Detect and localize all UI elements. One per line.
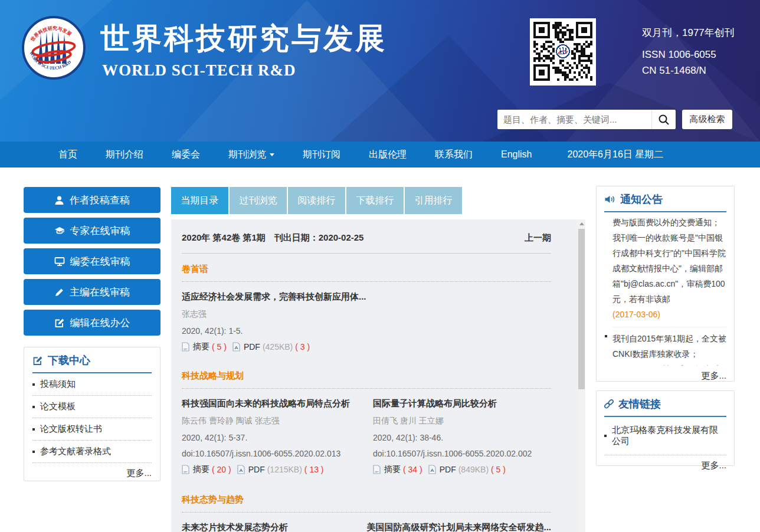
nav-item-english[interactable]: English [487, 149, 546, 160]
article-item: 适应经济社会发展需求，完善科技创新应用体... 张志强 2020, 42(1):… [182, 282, 551, 352]
article-title[interactable]: 美国国防高级研究计划局未来网络安全研发趋... [366, 522, 551, 532]
download-item-submission-guide[interactable]: 投稿须知 [32, 373, 152, 396]
abstract-link[interactable]: 摘要 [193, 341, 209, 352]
article-doi: doi:10.16507/j.issn.1006-6055.2020.02.00… [373, 449, 551, 458]
download-item-reference-format[interactable]: 参考文献著录格式 [32, 441, 152, 463]
download-center-panel: 下载中心 投稿须知 论文模板 论文版权转让书 参考文献著录格式 更多... [24, 347, 160, 481]
expert-review-button[interactable]: 专家在线审稿 [24, 218, 160, 244]
notice-panel: 通知公告 费与版面费以外的交费通知；我刊唯一的收款账号是"中国银行成都中科支行"… [596, 186, 735, 382]
article-title[interactable]: 适应经济社会发展需求，完善科技创新应用体... [182, 291, 551, 303]
download-center-more-link[interactable]: 更多... [32, 463, 152, 484]
notice-more-link[interactable]: 更多... [604, 366, 726, 386]
notice-item[interactable]: 费与版面费以外的交费通知；我刊唯一的收款账号是"中国银行成都中科支行"的"中国科… [612, 215, 726, 322]
article-item: 科技强国面向未来的科技战略布局特点分析 陈云伟 曹玲静 陶诚 张志强 2020,… [182, 389, 360, 475]
author-submission-button[interactable]: 作者投稿查稿 [24, 187, 160, 213]
article-title[interactable]: 国际量子计算战略布局比较分析 [373, 398, 551, 409]
friendly-links-panel: 友情链接 北京玛格泰克科技发展有限公司 更多... [596, 390, 735, 466]
monitor-icon [54, 257, 65, 267]
article-title[interactable]: 科技强国面向未来的科技战略布局特点分析 [182, 398, 360, 409]
pdf-link[interactable]: PDF [248, 465, 265, 474]
pdf-size: (1215KB) [267, 465, 302, 474]
publication-frequency: 双月刊，1977年创刊 [642, 26, 735, 40]
issn-number: ISSN 1006-6055 [642, 49, 735, 61]
journal-title-zh: 世界科技研究与发展 [100, 19, 387, 58]
download-center-header: 下载中心 [32, 347, 152, 373]
download-item-copyright-transfer[interactable]: 论文版权转让书 [32, 418, 152, 441]
pencil-icon [54, 287, 64, 297]
bullet-icon [32, 383, 35, 386]
article-title[interactable]: 未来芯片技术发展态势分析 [182, 522, 353, 532]
friendly-link-item[interactable]: 北京玛格泰克科技发展有限公司 [604, 417, 726, 455]
tab-download-ranking[interactable]: 下载排行 [346, 187, 404, 214]
edit-square-icon [32, 356, 43, 366]
search-input[interactable] [497, 110, 651, 129]
nav-item-editorial-board[interactable]: 编委会 [158, 149, 214, 161]
article-authors: 田倩飞 唐川 王立娜 [373, 416, 551, 426]
friendly-links-header: 友情链接 [604, 391, 726, 417]
abstract-doc-icon [182, 465, 189, 474]
friendly-links-title: 友情链接 [618, 397, 661, 411]
publication-info: 双月刊，1977年创刊 ISSN 1006-6055 CN 51-1468/N [642, 26, 735, 77]
tab-current-issue[interactable]: 当期目录 [171, 187, 228, 214]
notice-list: 费与版面费以外的交费通知；我刊唯一的收款账号是"中国银行成都中科支行"的"中国科… [604, 212, 726, 366]
issue-content-panel: 2020年 第42卷 第1期 刊出日期：2020-02-25 上一期 卷首语 适… [171, 219, 585, 532]
nav-item-journal-intro[interactable]: 期刊介绍 [91, 149, 158, 161]
pdf-icon [428, 465, 436, 474]
abstract-link[interactable]: 摘要 [384, 464, 401, 475]
section-heading-strategy: 科技战略与规划 [182, 360, 551, 389]
abstract-count: ( 34 ) [403, 465, 422, 474]
speaker-icon [604, 195, 615, 204]
journal-homepage: 世界科技研究与发展 WORLD SCI-TECH R&D 世界科技研究与发展 W… [0, 0, 760, 532]
article-authors: 陈云伟 曹玲静 陶诚 张志强 [182, 416, 360, 426]
scrollbar-up-arrow-icon[interactable] [579, 222, 584, 225]
editor-office-button[interactable]: 编辑在线办公 [24, 310, 160, 336]
chain-icon [604, 399, 614, 409]
abstract-link[interactable]: 摘要 [193, 464, 209, 475]
article-links: 摘要 ( 34 ) PDF (849KB) ( 5 ) [373, 464, 551, 475]
article-citation: 2020, 42(1): 5-37. [182, 433, 360, 442]
search-button[interactable] [651, 110, 676, 129]
qr-code [530, 18, 596, 86]
article-links: 摘要 ( 20 ) PDF (1215KB) ( 13 ) [182, 464, 360, 475]
download-center-title: 下载中心 [48, 353, 90, 367]
tab-read-ranking[interactable]: 阅读排行 [288, 187, 345, 214]
pdf-link[interactable]: PDF [440, 465, 456, 474]
pdf-link[interactable]: PDF [244, 342, 260, 352]
left-sidebar: 作者投稿查稿 专家在线审稿 编委在线审稿 主编在线审稿 [24, 187, 160, 340]
content-tabs: 当期目录 过刊浏览 阅读排行 下载排行 引用排行 [171, 187, 463, 214]
article-item: 未来芯片技术发展态势分析 王立娜 唐川 徐婧 2020, 42(1): 47-5… [182, 513, 353, 532]
download-item-paper-template[interactable]: 论文模板 [32, 396, 152, 418]
nav-item-journal-browse[interactable]: 期刊浏览 [214, 149, 289, 161]
board-review-button[interactable]: 编委在线审稿 [24, 248, 160, 274]
tab-archive[interactable]: 过刊浏览 [230, 187, 287, 214]
notice-item[interactable]: 我刊自2015年第1期起，全文被CNKI数据库独家收录；2009~2014年被万… [612, 327, 726, 366]
nav-item-publishing-ethics[interactable]: 出版伦理 [355, 149, 421, 161]
pdf-size: (425KB) [263, 342, 293, 352]
cn-number: CN 51-1468/N [642, 65, 735, 77]
scrollbar-thumb[interactable] [578, 229, 585, 389]
bullet-icon [604, 435, 607, 437]
section-heading-foreword: 卷首语 [182, 254, 551, 282]
journal-logo: 世界科技研究与发展 WORLD SCI-TECH R&D [21, 15, 86, 80]
nav-item-subscription[interactable]: 期刊订阅 [289, 149, 355, 161]
advanced-search-button[interactable]: 高级检索 [682, 110, 732, 129]
user-icon [54, 195, 64, 205]
chief-editor-review-button[interactable]: 主编在线审稿 [24, 279, 160, 305]
nav-item-contact-us[interactable]: 联系我们 [421, 149, 487, 161]
bullet-icon [605, 335, 607, 337]
previous-issue-link[interactable]: 上一期 [525, 232, 551, 244]
site-header: 世界科技研究与发展 WORLD SCI-TECH R&D 世界科技研究与发展 W… [0, 0, 760, 142]
main-navigation: 首页 期刊介绍 编委会 期刊浏览 期刊订阅 出版伦理 联系我们 English … [0, 142, 760, 168]
bullet-icon [32, 451, 35, 453]
abstract-doc-icon [373, 465, 381, 474]
tab-citation-ranking[interactable]: 引用排行 [405, 187, 462, 214]
article-item: 美国国防高级研究计划局未来网络安全研发趋... 徐婧 唐川 房俊民 2020, … [366, 513, 551, 532]
friendly-links-more-link[interactable]: 更多... [604, 455, 726, 476]
bullet-icon [32, 428, 35, 431]
panel-scrollbar[interactable] [578, 219, 585, 532]
pdf-count: ( 13 ) [304, 465, 324, 474]
nav-item-home[interactable]: 首页 [44, 149, 91, 161]
notice-panel-header: 通知公告 [604, 186, 726, 212]
abstract-count: ( 20 ) [212, 465, 231, 474]
pdf-icon [237, 465, 245, 474]
